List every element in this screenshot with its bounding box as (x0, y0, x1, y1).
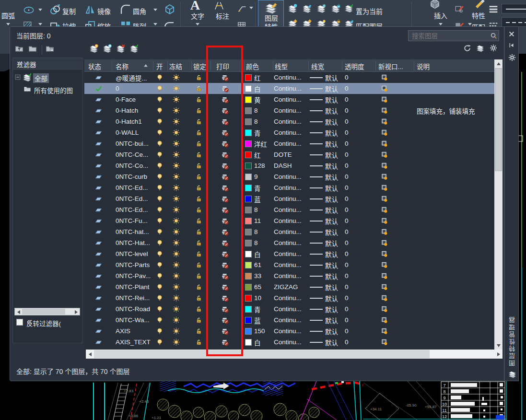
layer-on-toggle[interactable] (156, 248, 165, 259)
layer-freeze-toggle[interactable] (173, 127, 181, 138)
layer-lineweight[interactable]: 默认 (310, 315, 343, 326)
layer-on-toggle[interactable] (156, 326, 165, 337)
layer-lineweight[interactable]: 默认 (310, 248, 343, 259)
layer-lineweight[interactable]: 默认 (310, 259, 343, 270)
layer-new-vp-freeze-toggle[interactable] (381, 171, 389, 182)
layer-transparency[interactable]: 0 (345, 303, 364, 315)
layer-on-toggle[interactable] (156, 149, 165, 160)
layer-on-toggle[interactable] (156, 127, 165, 138)
layer-transparency[interactable]: 0 (345, 237, 364, 248)
layer-on-toggle[interactable] (156, 94, 165, 105)
layer-linetype[interactable]: DOTE (274, 149, 308, 160)
layer-row[interactable]: 0-Hatch 8 Continu... 默认 0 图案填充，铺装填充 (84, 105, 494, 116)
layer-transparency[interactable]: 0 (345, 193, 364, 204)
layer-color[interactable]: 33 (245, 270, 272, 281)
layer-freeze-toggle[interactable] (173, 72, 181, 83)
layer-plot-toggle[interactable] (221, 94, 230, 105)
layer-lock-toggle[interactable] (196, 138, 204, 149)
layer-freeze-toggle[interactable] (173, 160, 181, 171)
layer-lineweight[interactable]: 默认 (310, 105, 343, 116)
layer-new-vp-freeze-toggle[interactable] (381, 182, 389, 193)
layer-on-toggle[interactable] (156, 83, 165, 94)
layer-freeze-toggle[interactable] (173, 326, 181, 337)
layer-lock-toggle[interactable] (196, 204, 204, 215)
ribbon-copy-button[interactable]: 复制 (62, 6, 76, 16)
layer-freeze-toggle[interactable] (173, 292, 181, 303)
layer-transparency[interactable]: 0 (345, 160, 364, 171)
layer-new-vp-freeze-toggle[interactable] (381, 127, 389, 138)
layer-color[interactable]: 白 (245, 83, 272, 94)
layer-color[interactable]: 10 (245, 292, 272, 303)
layer-linetype[interactable]: Continu... (274, 72, 308, 83)
layer-plot-toggle[interactable] (221, 149, 230, 160)
layer-plot-toggle[interactable] (221, 171, 230, 182)
v-scrollbar-thumb[interactable] (495, 68, 502, 171)
layer-new-vp-freeze-toggle[interactable] (381, 303, 389, 315)
layer-new-vp-freeze-toggle[interactable] (381, 116, 389, 127)
layer-name[interactable]: 0-Hatch (116, 105, 154, 116)
layer-new-vp-freeze-toggle[interactable] (381, 215, 389, 226)
layer-linetype[interactable]: Continu... (274, 270, 308, 281)
layer-linetype[interactable]: Continu... (274, 138, 308, 149)
layer-on-toggle[interactable] (156, 315, 165, 326)
dimension-icon[interactable] (213, 0, 225, 12)
collapse-filter-panel-icon[interactable] (17, 60, 79, 67)
ribbon-props-label-1[interactable]: 特性 (472, 11, 485, 20)
layer-new-vp-freeze-toggle[interactable] (381, 204, 389, 215)
layer-new-vp-freeze-toggle[interactable] (381, 237, 389, 248)
filter-scrollbar-thumb[interactable] (22, 309, 65, 315)
layer-lineweight[interactable]: 默认 (310, 193, 343, 204)
col-color[interactable]: 颜色 (246, 61, 259, 71)
ellipse-tool-icon[interactable] (23, 5, 35, 15)
layer-row[interactable]: 0NTC-Plant 65 ZIGZAG 默认 0 (84, 281, 494, 292)
layer-linetype[interactable]: Continu... (274, 326, 308, 337)
layer-plot-toggle[interactable] (221, 83, 230, 94)
filter-tree-all[interactable]: 全部 (33, 73, 49, 83)
layer-color[interactable]: 150 (245, 326, 272, 337)
ribbon-set-current-button[interactable]: 置为当前 (356, 6, 383, 16)
layer-name[interactable]: 0NTC-Plant (116, 281, 154, 292)
ribbon-fillet-button[interactable]: 圆角 (133, 6, 146, 16)
layer-transparency[interactable]: 0 (345, 215, 364, 226)
layer-name[interactable]: 0NTC-curb (116, 171, 154, 182)
layer-color[interactable]: 蓝 (245, 193, 272, 204)
layer-color[interactable]: 61 (245, 259, 272, 270)
layer-transparency[interactable]: 0 (345, 204, 364, 215)
layer-on-toggle[interactable] (156, 116, 165, 127)
layer-plot-toggle[interactable] (221, 160, 230, 171)
text-caret[interactable] (196, 23, 199, 25)
layer-new-vp-freeze-toggle[interactable] (381, 259, 389, 270)
layer-transparency[interactable]: 0 (345, 248, 364, 259)
filter-tree-all-used[interactable]: 所有使用的图 (34, 85, 73, 95)
layer-linetype[interactable]: Continu... (274, 83, 308, 94)
col-lineweight[interactable]: 线宽 (311, 61, 324, 71)
layer-on-toggle[interactable] (156, 105, 165, 116)
layer-lineweight[interactable]: 默认 (310, 237, 343, 248)
3d-box-icon[interactable] (164, 3, 176, 15)
layer-plot-toggle[interactable] (221, 292, 230, 303)
search-layer-input[interactable] (411, 31, 488, 41)
layer-on-toggle[interactable] (156, 204, 165, 215)
layer-row[interactable]: 0NTC-curb 9 Continu... 默认 0 (84, 171, 494, 182)
layer-plot-toggle[interactable] (221, 138, 230, 149)
fillet-caret[interactable] (153, 9, 157, 11)
layer-row[interactable]: 0NTC-Ed... 蓝 Continu... 默认 0 (84, 193, 494, 204)
layer-transparency[interactable]: 0 (345, 326, 364, 337)
layer-row[interactable]: AXIS_TEXT 白 Continu... 默认 0 (84, 337, 494, 348)
layer-plot-toggle[interactable] (221, 259, 230, 270)
insert-block-icon[interactable] (428, 0, 442, 10)
layer-lock-toggle[interactable] (196, 182, 204, 193)
layer-linetype[interactable]: Continu... (274, 127, 308, 138)
layer-new-vp-freeze-toggle[interactable] (381, 281, 389, 292)
layer-linetype[interactable]: Continu... (274, 248, 308, 259)
layer-freeze-toggle[interactable] (173, 171, 181, 182)
layer-on-toggle[interactable] (156, 237, 165, 248)
layer-linetype[interactable]: Continu... (274, 315, 308, 326)
layer-name[interactable]: 0NTC-bui... (116, 138, 154, 149)
layer-linetype[interactable]: Continu... (274, 204, 308, 215)
ribbon-dimension-button[interactable]: 标注 (216, 11, 229, 21)
layer-states-manager-button[interactable] (46, 44, 57, 56)
layer-plot-toggle[interactable] (221, 248, 230, 259)
layer-freeze-toggle[interactable] (173, 315, 181, 326)
layer-on-toggle[interactable] (156, 303, 165, 315)
